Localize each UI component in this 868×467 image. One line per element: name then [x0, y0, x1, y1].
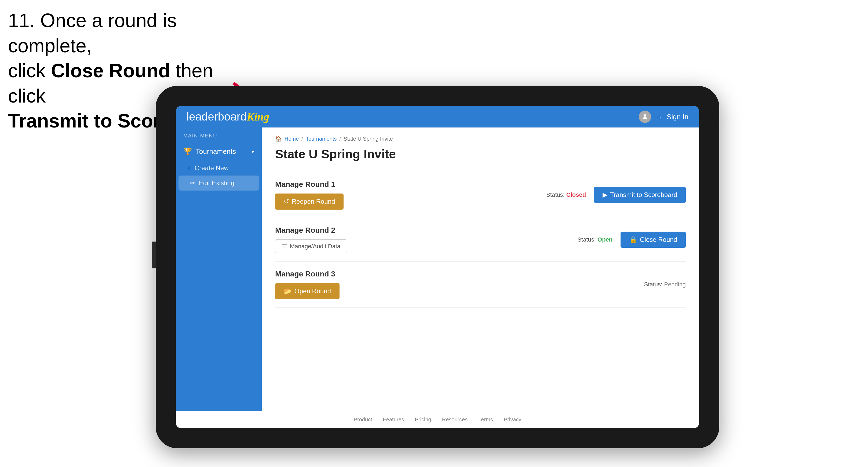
footer-features[interactable]: Features — [383, 416, 404, 423]
footer-privacy[interactable]: Privacy — [504, 416, 522, 423]
round-1-status-value: Closed — [566, 191, 586, 198]
instruction-line1: 11. Once a round is complete, — [8, 10, 177, 56]
reopen-icon: ↺ — [284, 198, 289, 205]
tablet-frame: leaderboardKing → Sign In MAIN MENU — [156, 86, 719, 448]
round-1-right: Status: Closed ▶ Transmit to Scoreboard — [546, 187, 686, 203]
sidebar-item-tournaments[interactable]: 🏆 Tournaments ▾ — [176, 143, 262, 160]
open-icon: 📂 — [284, 287, 292, 295]
round-3-status-value: Pending — [664, 281, 686, 288]
chevron-down-icon: ▾ — [251, 148, 254, 155]
signin-arrow-icon: → — [655, 113, 662, 121]
round-3-title: Manage Round 3 — [275, 270, 644, 278]
top-bar: leaderboardKing → Sign In — [176, 106, 699, 127]
sign-in-label[interactable]: Sign In — [667, 113, 688, 121]
round-2-title: Manage Round 2 — [275, 226, 577, 235]
logo-king: King — [247, 111, 269, 123]
breadcrumb-current: State U Spring Invite — [344, 136, 393, 142]
transmit-to-scoreboard-button[interactable]: ▶ Transmit to Scoreboard — [594, 187, 686, 203]
svg-point-2 — [644, 114, 646, 117]
round-1-left: Manage Round 1 ↺ Reopen Round — [275, 180, 546, 210]
open-round-label: Open Round — [294, 287, 331, 295]
create-new-label: Create New — [194, 164, 229, 172]
reopen-round-button[interactable]: ↺ Reopen Round — [275, 193, 344, 210]
footer-product[interactable]: Product — [354, 416, 372, 423]
main-layout: MAIN MENU 🏆 Tournaments ▾ + Create New ✏… — [176, 127, 699, 411]
breadcrumb-sep1: / — [302, 136, 303, 142]
round-2-section: Manage Round 2 ☰ Manage/Audit Data Statu… — [275, 218, 686, 262]
sign-in-area[interactable]: → Sign In — [639, 111, 688, 123]
round-3-status: Status: Pending — [644, 281, 686, 288]
avatar-icon — [639, 111, 651, 123]
sidebar: MAIN MENU 🏆 Tournaments ▾ + Create New ✏… — [176, 127, 262, 411]
sidebar-tournaments-label: Tournaments — [196, 147, 236, 156]
breadcrumb-tournaments[interactable]: Tournaments — [306, 136, 337, 142]
edit-existing-label: Edit Existing — [199, 179, 234, 187]
instruction-line2: click — [8, 60, 51, 81]
footer-resources[interactable]: Resources — [442, 416, 468, 423]
transmit-label: Transmit to Scoreboard — [610, 191, 677, 198]
round-1-status: Status: Closed — [546, 191, 586, 198]
round-1-section: Manage Round 1 ↺ Reopen Round Status: Cl… — [275, 172, 686, 218]
lock-icon: 🔒 — [629, 236, 637, 243]
round-2-right: Status: Open 🔒 Close Round — [577, 231, 686, 248]
instruction-bold1: Close Round — [51, 60, 170, 81]
open-round-button[interactable]: 📂 Open Round — [275, 283, 340, 299]
round-2-status: Status: Open — [577, 236, 613, 243]
trophy-icon: 🏆 — [183, 147, 192, 156]
round-3-section: Manage Round 3 📂 Open Round Status: Pend… — [275, 262, 686, 308]
sidebar-create-new[interactable]: + Create New — [176, 160, 262, 176]
footer-pricing[interactable]: Pricing — [415, 416, 431, 423]
content-area: 🏠 Home / Tournaments / State U Spring In… — [262, 127, 699, 411]
round-3-left: Manage Round 3 📂 Open Round — [275, 270, 644, 299]
round-2-left: Manage Round 2 ☰ Manage/Audit Data — [275, 226, 577, 253]
audit-icon: ☰ — [282, 243, 287, 250]
footer-terms[interactable]: Terms — [478, 416, 493, 423]
round-2-status-value: Open — [597, 236, 613, 243]
manage-audit-data-button[interactable]: ☰ Manage/Audit Data — [275, 240, 347, 253]
breadcrumb-sep2: / — [340, 136, 341, 142]
main-menu-label: MAIN MENU — [176, 133, 262, 143]
manage-audit-label: Manage/Audit Data — [290, 243, 340, 250]
plus-icon: + — [187, 164, 191, 172]
home-icon: 🏠 — [275, 135, 282, 142]
breadcrumb-home[interactable]: Home — [284, 136, 299, 142]
reopen-round-label: Reopen Round — [292, 198, 335, 205]
logo: leaderboardKing — [187, 110, 269, 123]
round-3-right: Status: Pending — [644, 281, 686, 288]
footer: Product Features Pricing Resources Terms… — [176, 411, 699, 428]
round-1-title: Manage Round 1 — [275, 180, 546, 189]
breadcrumb: 🏠 Home / Tournaments / State U Spring In… — [275, 135, 686, 142]
sidebar-edit-existing[interactable]: ✏ Edit Existing — [179, 176, 259, 191]
close-round-label: Close Round — [640, 236, 677, 243]
tablet-screen: leaderboardKing → Sign In MAIN MENU — [176, 106, 699, 428]
page-title: State U Spring Invite — [275, 147, 686, 161]
close-round-button[interactable]: 🔒 Close Round — [621, 231, 686, 248]
transmit-icon: ▶ — [602, 191, 608, 198]
edit-icon: ✏ — [190, 179, 195, 187]
